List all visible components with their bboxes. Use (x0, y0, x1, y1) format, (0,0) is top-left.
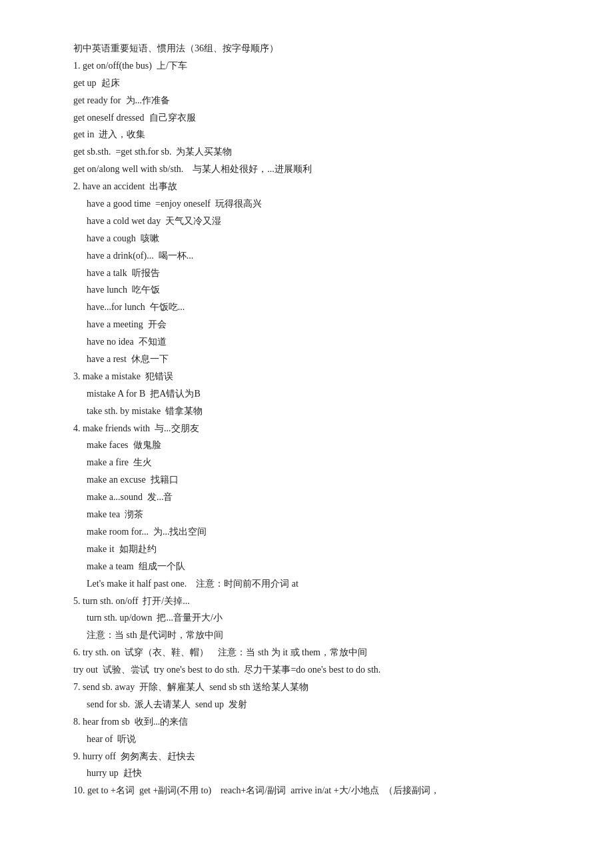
text-line: make a...sound 发...音 (73, 489, 560, 506)
text-line: send for sb. 派人去请某人 send up 发射 (73, 696, 560, 713)
text-line: 5. turn sth. on/off 打开/关掉... (73, 593, 560, 610)
text-line: have lunch 吃午饭 (73, 281, 560, 299)
text-line: have a talk 听报告 (73, 265, 560, 282)
text-line: have a rest 休息一下 (73, 351, 560, 368)
text-line: hear of 听说 (73, 731, 560, 748)
text-line: get oneself dressed 自己穿衣服 (73, 109, 560, 127)
text-line: make faces 做鬼脸 (73, 437, 560, 454)
text-line: make a fire 生火 (73, 454, 560, 471)
text-line: turn sth. up/down 把...音量开大/小 (73, 609, 560, 627)
text-line: have a good time =enjoy oneself 玩得很高兴 (73, 195, 560, 213)
text-line: 9. hurry off 匆匆离去、赶快去 (73, 748, 560, 765)
text-line: have a cough 咳嗽 (73, 230, 560, 247)
text-line: make a team 组成一个队 (73, 558, 560, 575)
text-line: get sb.sth. =get sth.for sb. 为某人买某物 (73, 143, 560, 161)
text-line: 注意：当 sth 是代词时，常放中间 (73, 627, 560, 644)
text-line: 7. send sb. away 开除、解雇某人 send sb sth 送给某… (73, 679, 560, 696)
text-line: have a meeting 开会 (73, 316, 560, 333)
text-line: get in 进入，收集 (73, 126, 560, 143)
text-line: 3. make a mistake 犯错误 (73, 368, 560, 385)
text-line: take sth. by mistake 错拿某物 (73, 403, 560, 420)
text-line: make room for... 为...找出空间 (73, 523, 560, 541)
text-line: make an excuse 找籍口 (73, 471, 560, 489)
text-line: 10. get to +名词 get +副词(不用 to) reach+名词/副… (73, 782, 560, 799)
text-line: 1. get on/off(the bus) 上/下车 (73, 57, 560, 75)
text-line: mistake A for B 把A错认为B (73, 385, 560, 403)
text-line: 2. have an accident 出事故 (73, 178, 560, 195)
text-line: have no idea 不知道 (73, 333, 560, 351)
text-line: get ready for 为...作准备 (73, 92, 560, 109)
text-line: have a drink(of)... 喝一杯... (73, 247, 560, 265)
text-line: Let's make it half past one. 注意：时间前不用介词 … (73, 575, 560, 593)
text-line: make it 如期赴约 (73, 541, 560, 558)
text-line: 初中英语重要短语、惯用法（36组、按字母顺序） (73, 40, 560, 57)
text-line: try out 试验、尝试 try one's best to do sth. … (73, 661, 560, 679)
text-line: hurry up 赶快 (73, 765, 560, 782)
text-line: 6. try sth. on 试穿（衣、鞋、帽） 注意：当 sth 为 it 或… (73, 644, 560, 661)
main-content: 初中英语重要短语、惯用法（36组、按字母顺序）1. get on/off(the… (73, 40, 560, 799)
text-line: 4. make friends with 与...交朋友 (73, 420, 560, 437)
text-line: get up 起床 (73, 75, 560, 92)
text-line: have a cold wet day 天气又冷又湿 (73, 213, 560, 230)
text-line: get on/along well with sb/sth. 与某人相处很好，.… (73, 161, 560, 178)
text-line: make tea 沏茶 (73, 506, 560, 523)
text-line: 8. hear from sb 收到...的来信 (73, 713, 560, 731)
text-line: have...for lunch 午饭吃... (73, 299, 560, 316)
